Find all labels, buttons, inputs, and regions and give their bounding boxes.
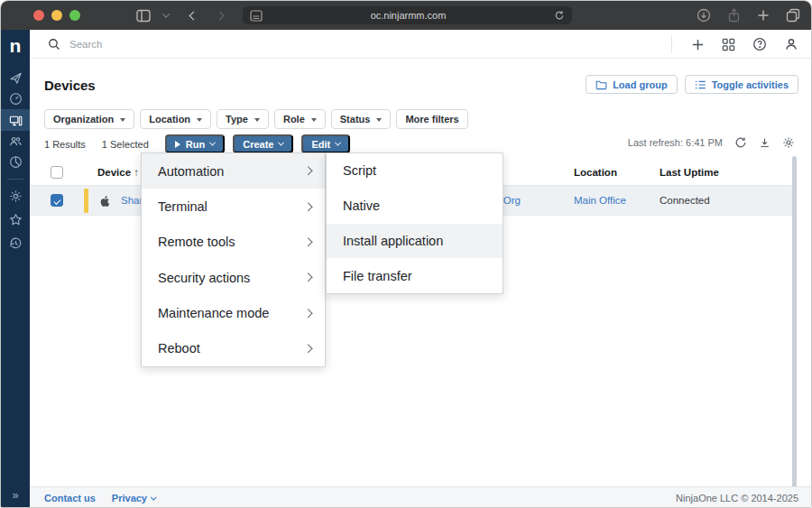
create-button[interactable]: Create bbox=[233, 134, 293, 153]
users-icon bbox=[9, 134, 23, 148]
ninjaone-logo[interactable]: n bbox=[1, 30, 30, 60]
menu-item-automation[interactable]: Automation bbox=[142, 153, 325, 189]
menu-item-terminal[interactable]: Terminal bbox=[142, 189, 325, 224]
toggle-activities-button[interactable]: Toggle activities bbox=[685, 75, 798, 94]
page-reload-icon[interactable] bbox=[554, 10, 565, 21]
address-bar[interactable]: oc.ninjarmm.com bbox=[243, 6, 572, 24]
tab-overview-icon[interactable] bbox=[786, 8, 800, 23]
history-icon bbox=[9, 236, 23, 250]
caret-down-icon bbox=[254, 118, 260, 122]
sidebar-menu-chevron-icon[interactable] bbox=[163, 13, 169, 18]
last-uptime-value: Connected bbox=[660, 186, 710, 216]
reader-view-icon[interactable] bbox=[250, 10, 263, 22]
filter-role[interactable]: Role bbox=[274, 109, 326, 129]
back-button[interactable] bbox=[190, 13, 197, 19]
more-filters-button[interactable]: More filters bbox=[396, 109, 467, 129]
pie-chart-icon bbox=[9, 155, 23, 169]
submenu-item-install-application[interactable]: Install application bbox=[327, 224, 503, 259]
chevron-down-icon bbox=[335, 140, 341, 146]
column-header-last-uptime[interactable]: Last Uptime bbox=[660, 159, 719, 186]
menu-item-maintenance-mode[interactable]: Maintenance mode bbox=[142, 295, 325, 330]
location-link[interactable]: Main Office bbox=[574, 186, 626, 216]
global-search[interactable]: Search bbox=[48, 38, 102, 51]
star-icon bbox=[9, 213, 23, 226]
download-icon[interactable] bbox=[759, 136, 770, 149]
user-profile-icon[interactable] bbox=[784, 37, 798, 51]
run-dropdown-menu: Automation Terminal Remote tools Securit… bbox=[141, 152, 326, 367]
search-icon bbox=[48, 38, 60, 51]
sidebar-expand-icon[interactable]: » bbox=[12, 488, 18, 502]
page-title: Devices bbox=[44, 78, 96, 93]
menu-item-security-actions[interactable]: Security actions bbox=[142, 260, 325, 295]
chevron-right-icon bbox=[303, 309, 311, 317]
load-group-button[interactable]: Load group bbox=[586, 75, 678, 94]
page-footer: Contact us Privacy NinjaOne LLC © 2014-2… bbox=[30, 486, 812, 508]
submenu-item-script[interactable]: Script bbox=[327, 153, 503, 189]
play-icon bbox=[175, 141, 180, 148]
device-name-link[interactable]: Shar bbox=[121, 195, 143, 206]
filter-type[interactable]: Type bbox=[217, 109, 269, 129]
selected-count: 1 Selected bbox=[102, 139, 149, 150]
close-window-button[interactable] bbox=[33, 10, 44, 21]
sidebar-item-reporting[interactable] bbox=[1, 152, 30, 172]
sidebar-item-end-users[interactable] bbox=[1, 131, 30, 152]
caret-down-icon bbox=[376, 118, 382, 122]
vertical-scrollbar[interactable] bbox=[792, 156, 797, 488]
new-tab-icon[interactable] bbox=[757, 9, 770, 22]
menu-item-reboot[interactable]: Reboot bbox=[142, 330, 325, 365]
devices-icon bbox=[9, 114, 23, 127]
sidebar-toggle-icon[interactable] bbox=[136, 9, 151, 23]
sidebar-item-administration[interactable] bbox=[1, 186, 30, 207]
column-header-location[interactable]: Location bbox=[574, 159, 617, 186]
chevron-down-icon bbox=[151, 494, 156, 499]
sidebar-item-devices[interactable] bbox=[1, 109, 30, 131]
run-button[interactable]: Run bbox=[165, 134, 225, 153]
status-bar-yellow bbox=[84, 189, 88, 213]
edit-button[interactable]: Edit bbox=[301, 134, 350, 153]
rocket-icon bbox=[9, 71, 23, 85]
select-all-checkbox[interactable] bbox=[51, 166, 63, 179]
share-icon[interactable] bbox=[727, 8, 741, 23]
folder-icon bbox=[595, 79, 607, 90]
zoom-window-button[interactable] bbox=[69, 10, 80, 21]
table-settings-gear-icon[interactable] bbox=[782, 136, 795, 149]
submenu-item-file-transfer[interactable]: File transfer bbox=[327, 258, 503, 293]
copyright-text: NinjaOne LLC © 2014-2025 bbox=[676, 493, 798, 503]
window-controls bbox=[33, 10, 80, 21]
privacy-link[interactable]: Privacy bbox=[112, 493, 156, 503]
quick-add-icon[interactable] bbox=[691, 38, 705, 51]
refresh-icon[interactable] bbox=[734, 136, 747, 149]
browser-chrome: oc.ninjarmm.com bbox=[1, 1, 812, 30]
filter-organization[interactable]: Organization bbox=[44, 109, 134, 129]
gauge-icon bbox=[9, 92, 23, 106]
chevron-right-icon bbox=[303, 202, 311, 210]
minimize-window-button[interactable] bbox=[51, 10, 62, 21]
browser-window: oc.ninjarmm.com n bbox=[0, 0, 812, 508]
sidebar-item-dashboard[interactable] bbox=[1, 88, 30, 109]
url-text: oc.ninjarmm.com bbox=[263, 10, 554, 21]
menu-item-remote-tools[interactable]: Remote tools bbox=[142, 225, 325, 260]
search-placeholder: Search bbox=[69, 39, 102, 50]
column-header-device[interactable]: Device ↑ bbox=[97, 159, 139, 186]
header-divider bbox=[671, 35, 672, 53]
row-checkbox[interactable] bbox=[51, 194, 63, 207]
sidebar-item-getting-started[interactable] bbox=[1, 68, 30, 88]
submenu-item-native[interactable]: Native bbox=[327, 189, 503, 224]
chevron-right-icon bbox=[303, 345, 311, 353]
sidebar-item-favorites[interactable] bbox=[1, 209, 30, 230]
sort-asc-icon: ↑ bbox=[134, 167, 139, 178]
list-icon bbox=[695, 79, 706, 90]
apps-grid-icon[interactable] bbox=[722, 38, 735, 51]
sidebar-divider bbox=[7, 179, 23, 180]
downloads-icon[interactable] bbox=[697, 8, 711, 23]
help-icon[interactable] bbox=[752, 37, 767, 51]
sidebar-item-recent[interactable] bbox=[1, 233, 30, 254]
forward-button[interactable] bbox=[217, 13, 223, 19]
filter-location[interactable]: Location bbox=[140, 109, 211, 129]
contact-us-link[interactable]: Contact us bbox=[44, 493, 96, 503]
caret-down-icon bbox=[120, 118, 125, 122]
chevron-right-icon bbox=[303, 238, 311, 246]
gear-icon bbox=[9, 189, 23, 203]
chevron-right-icon bbox=[303, 273, 311, 282]
filter-status[interactable]: Status bbox=[331, 109, 392, 129]
